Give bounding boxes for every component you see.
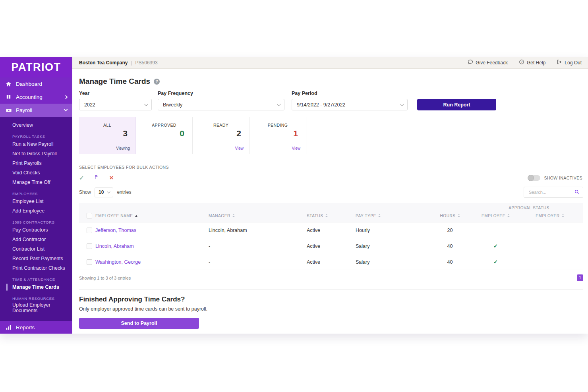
- search-input[interactable]: [528, 189, 574, 195]
- sidebar-item-reports[interactable]: Reports: [0, 321, 72, 334]
- pay-frequency-label: Pay Frequency: [158, 91, 292, 96]
- show-label: Show: [79, 189, 91, 195]
- column-label: STATUS: [307, 214, 323, 218]
- account-id: PS506393: [135, 60, 158, 66]
- run-report-button[interactable]: Run Report: [417, 99, 496, 110]
- submenu-item-overview[interactable]: Overview: [0, 120, 72, 130]
- hours-cell: 40: [425, 259, 475, 265]
- summary-card-all[interactable]: ALL 3 Viewing: [79, 117, 136, 154]
- table-row: Lincoln, Abraham - Active Salary 40 ✓: [79, 238, 583, 254]
- submenu-item-upload-employer-documents[interactable]: Upload Employer Documents: [0, 301, 72, 314]
- table-row: Jefferson, Thomas Lincoln, Abraham Activ…: [79, 222, 583, 238]
- sidebar-item-dashboard[interactable]: Dashboard: [0, 77, 72, 91]
- year-select[interactable]: 2022: [79, 99, 152, 110]
- topbar: Boston Tea Company | PS506393 Give Feedb…: [72, 57, 588, 69]
- logout-icon: [557, 59, 562, 66]
- card-count: 1: [250, 129, 306, 138]
- show-inactives-toggle[interactable]: [528, 175, 540, 181]
- submenu-item-print-contractor-checks[interactable]: Print Contractor Checks: [0, 263, 72, 273]
- sidebar-item-label: Reports: [16, 324, 35, 330]
- year-value: 2022: [84, 102, 95, 108]
- sort-icon: [325, 214, 328, 217]
- submenu-item-pay-contractors[interactable]: Pay Contractors: [0, 225, 72, 235]
- pay-frequency-select[interactable]: Biweekly: [158, 99, 284, 110]
- chevron-down-icon: [400, 102, 404, 106]
- send-to-payroll-button[interactable]: Send to Payroll: [79, 318, 199, 329]
- view-link[interactable]: View: [292, 146, 301, 151]
- view-link[interactable]: View: [235, 146, 244, 151]
- manager-cell: -: [209, 259, 307, 265]
- submenu-item-manage-time-off[interactable]: Manage Time Off: [0, 178, 72, 187]
- column-header-manager[interactable]: MANAGER: [209, 214, 235, 218]
- patriot-logo[interactable]: PATRIOT: [0, 57, 72, 77]
- column-header-employee-name[interactable]: EMPLOYEE NAME: [95, 214, 137, 218]
- submenu-item-employee-list[interactable]: Employee List: [0, 197, 72, 206]
- submenu-item-manage-time-cards[interactable]: Manage Time Cards: [0, 282, 72, 292]
- svg-text:?: ?: [521, 60, 522, 63]
- select-all-checkbox[interactable]: [87, 213, 92, 218]
- summary-card-approved[interactable]: APPROVED 0: [136, 117, 193, 154]
- pay-type-cell: Salary: [356, 243, 425, 249]
- employee-name-link[interactable]: Washington, George: [95, 259, 141, 265]
- year-label: Year: [79, 91, 158, 96]
- bulk-approve-icon[interactable]: ✓: [79, 174, 84, 182]
- get-help-button[interactable]: ? Get Help: [519, 59, 545, 66]
- sidebar-item-payroll[interactable]: Payroll: [0, 104, 72, 117]
- question-circle-icon: ?: [519, 59, 524, 66]
- submenu-item-net-to-gross-payroll[interactable]: Net to Gross Payroll: [0, 149, 72, 158]
- summary-card-ready[interactable]: READY 2 View: [193, 117, 250, 154]
- help-icon[interactable]: ?: [154, 79, 160, 85]
- submenu-item-add-contractor[interactable]: Add Contractor: [0, 235, 72, 244]
- employee-name-link[interactable]: Lincoln, Abraham: [95, 243, 134, 249]
- chevron-down-icon: [277, 102, 281, 106]
- topbar-actions: Give Feedback ? Get Help Log Out: [468, 59, 582, 66]
- bulk-actions-label: SELECT EMPLOYEES FOR BULK ACTIONS: [79, 165, 583, 170]
- bulk-flag-icon[interactable]: [94, 174, 100, 182]
- give-feedback-button[interactable]: Give Feedback: [468, 59, 508, 66]
- submenu-item-contractor-list[interactable]: Contractor List: [0, 244, 72, 254]
- employee-name-link[interactable]: Jefferson, Thomas: [95, 228, 136, 233]
- column-label: EMPLOYEE NAME: [95, 214, 133, 218]
- log-out-button[interactable]: Log Out: [557, 59, 582, 66]
- submenu-section-1099-contractors: 1099 CONTRACTORS: [0, 219, 72, 225]
- submenu-item-record-past-payments[interactable]: Record Past Payments: [0, 254, 72, 263]
- bulk-reject-icon[interactable]: ×: [110, 175, 114, 181]
- sort-icon: [378, 214, 381, 217]
- submenu-section-employees: EMPLOYEES: [0, 191, 72, 197]
- pay-period-select[interactable]: 9/14/2022 - 9/27/2022: [292, 99, 408, 110]
- row-checkbox[interactable]: [87, 243, 92, 249]
- submenu-item-print-payrolls[interactable]: Print Payrolls: [0, 158, 72, 168]
- timecards-table: APPROVAL STATUS EMPLOYEE NAME MANAGER ST…: [79, 203, 583, 281]
- approval-status-group-header: APPROVAL STATUS: [475, 206, 583, 210]
- submenu-item-add-employee[interactable]: Add Employee: [0, 206, 72, 216]
- bar-chart-icon: [5, 324, 12, 330]
- row-checkbox[interactable]: [87, 228, 92, 233]
- hours-cell: 40: [425, 243, 475, 249]
- employee-approved-check-icon: ✓: [475, 259, 516, 265]
- finish-subtext: Only employer approved time cards can be…: [79, 306, 583, 312]
- pay-type-cell: Hourly: [356, 228, 425, 233]
- card-count: 2: [193, 129, 249, 138]
- column-header-status[interactable]: STATUS: [307, 214, 328, 218]
- pagination-page-1[interactable]: 1: [577, 274, 583, 281]
- column-header-hours[interactable]: HOURS: [440, 214, 460, 218]
- submenu-item-run-a-new-payroll[interactable]: Run a New Payroll: [0, 139, 72, 149]
- table-row: Washington, George - Active Salary 40 ✓: [79, 254, 583, 270]
- search-icon[interactable]: [574, 189, 580, 196]
- entries-per-page-select[interactable]: 10: [95, 187, 113, 197]
- card-label: PENDING: [250, 123, 306, 127]
- summary-card-pending[interactable]: PENDING 1 View: [250, 117, 306, 154]
- app-window: PATRIOT Dashboard Accounting Payroll Ove…: [0, 57, 588, 334]
- submenu-item-void-checks[interactable]: Void Checks: [0, 168, 72, 178]
- row-checkbox[interactable]: [87, 259, 92, 265]
- employee-approved-check-icon: ✓: [475, 243, 516, 249]
- table-search[interactable]: [524, 187, 583, 198]
- company-name[interactable]: Boston Tea Company: [79, 60, 128, 66]
- column-header-pay-type[interactable]: PAY TYPE: [356, 214, 381, 218]
- chevron-right-icon: [64, 95, 68, 99]
- column-header-employer-approval[interactable]: EMPLOYER: [536, 214, 564, 218]
- submenu-section-time-attendance: TIME & ATTENDANCE: [0, 276, 72, 282]
- sidebar-item-accounting[interactable]: Accounting: [0, 91, 72, 104]
- column-header-employee-approval[interactable]: EMPLOYEE: [482, 214, 510, 218]
- payroll-submenu: Overview PAYROLL TASKS Run a New Payroll…: [0, 117, 72, 321]
